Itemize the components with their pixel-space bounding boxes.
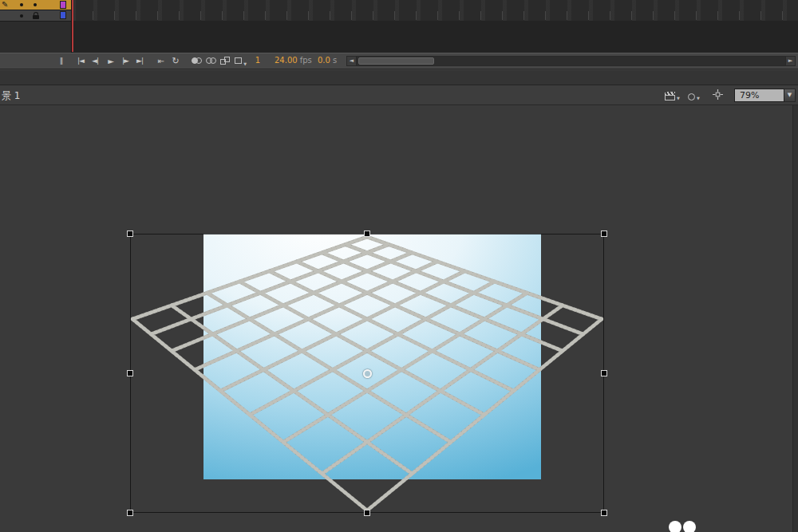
scrollbar-track[interactable] bbox=[357, 56, 785, 66]
scrollbar-thumb[interactable] bbox=[358, 57, 434, 65]
clapperboard-icon bbox=[665, 92, 675, 100]
row-divider bbox=[0, 21, 71, 22]
transform-handle[interactable] bbox=[127, 231, 133, 237]
step-back-button[interactable]: ◄| bbox=[88, 55, 102, 67]
symbol-icon bbox=[688, 93, 695, 100]
row-divider bbox=[0, 10, 71, 10]
scene-name-label: 景 1 bbox=[2, 89, 20, 103]
transformation-center-point[interactable] bbox=[363, 369, 372, 378]
layer-row-1[interactable]: ✎ bbox=[0, 0, 71, 10]
layer2-visibility-dot[interactable] bbox=[20, 14, 23, 18]
elapsed-time-label: 0.0s bbox=[318, 56, 337, 65]
transform-handle[interactable] bbox=[127, 510, 133, 516]
layer1-lock-dot[interactable] bbox=[34, 3, 37, 6]
timeline-panel: ✎ bbox=[0, 0, 798, 53]
onion-skin-button[interactable] bbox=[192, 56, 203, 66]
timeline-horizontal-scrollbar[interactable]: ◄ ► bbox=[346, 55, 796, 67]
play-button[interactable]: ► bbox=[104, 55, 118, 67]
edit-symbols-button[interactable]: ▼ bbox=[688, 90, 700, 100]
loop-playback-button[interactable]: ↻ bbox=[169, 55, 182, 67]
elapsed-unit: s bbox=[333, 56, 337, 65]
pause-icon[interactable]: ‖ bbox=[56, 55, 67, 67]
elapsed-value: 0.0 bbox=[318, 56, 330, 65]
modify-markers-button[interactable] bbox=[235, 56, 247, 66]
zoom-value[interactable]: 79% bbox=[734, 89, 784, 102]
transform-handle[interactable] bbox=[364, 510, 370, 516]
panel-divider-strip bbox=[0, 69, 798, 85]
timeline-controls-bar: ‖ |◄ ◄| ► |► ►| ⇤ ↻ 1 24.00fps 0.0s ◄ ► bbox=[0, 53, 798, 69]
step-forward-button[interactable]: |► bbox=[118, 55, 132, 67]
watermark-circle bbox=[669, 521, 681, 532]
vertical-scrollbar[interactable] bbox=[792, 105, 798, 532]
edit-multiple-frames-button[interactable] bbox=[220, 56, 232, 66]
transform-handle[interactable] bbox=[601, 370, 607, 376]
zoom-level-dropdown[interactable]: 79% ▼ bbox=[734, 89, 796, 102]
frame-rate-unit: fps bbox=[300, 56, 312, 65]
frame-rate-value: 24.00 bbox=[275, 56, 298, 65]
go-to-last-frame-button[interactable]: ►| bbox=[132, 55, 147, 67]
flash-application-window: ✎ ‖ |◄ ◄| ► |► ►| ⇤ ↻ 1 24.00 bbox=[0, 0, 798, 532]
transform-handle[interactable] bbox=[601, 231, 607, 237]
transform-handle[interactable] bbox=[127, 370, 133, 376]
edit-bar: 景 1 ▼ ▼ 79% ▼ bbox=[0, 85, 798, 105]
lock-icon[interactable] bbox=[33, 15, 39, 19]
watermark-circle bbox=[683, 521, 696, 532]
timeline-empty-area bbox=[72, 21, 798, 53]
frame-rate-label[interactable]: 24.00fps bbox=[275, 56, 312, 65]
stage-center-button[interactable] bbox=[713, 89, 723, 100]
scroll-right-arrow[interactable]: ► bbox=[785, 56, 796, 66]
layer2-outline-color-swatch[interactable] bbox=[60, 11, 66, 19]
edit-scene-button[interactable]: ▼ bbox=[665, 90, 680, 100]
layer1-visibility-dot[interactable] bbox=[20, 3, 23, 6]
dropdown-arrow-icon: ▼ bbox=[697, 96, 700, 100]
layer1-outline-color-swatch[interactable] bbox=[60, 1, 66, 9]
crosshair-icon bbox=[713, 89, 723, 100]
playhead[interactable] bbox=[72, 0, 73, 52]
timeline-frames-grid[interactable] bbox=[72, 0, 798, 53]
dropdown-arrow-icon[interactable]: ▼ bbox=[784, 89, 796, 102]
dropdown-arrow-icon: ▼ bbox=[677, 96, 680, 100]
transform-handle[interactable] bbox=[364, 231, 370, 237]
transform-handle[interactable] bbox=[601, 510, 607, 516]
layer-row-2[interactable] bbox=[0, 10, 71, 21]
current-frame-label: 1 bbox=[251, 56, 265, 65]
frame-tick-marks bbox=[93, 11, 798, 20]
center-frame-button[interactable]: ⇤ bbox=[155, 55, 168, 67]
pencil-edit-icon: ✎ bbox=[2, 0, 8, 10]
onion-skin-outlines-button[interactable] bbox=[206, 56, 218, 66]
layer-list: ✎ bbox=[0, 0, 72, 53]
scroll-left-arrow[interactable]: ◄ bbox=[346, 56, 357, 66]
go-to-first-frame-button[interactable]: |◄ bbox=[73, 55, 88, 67]
stage-pasteboard[interactable] bbox=[0, 105, 798, 532]
